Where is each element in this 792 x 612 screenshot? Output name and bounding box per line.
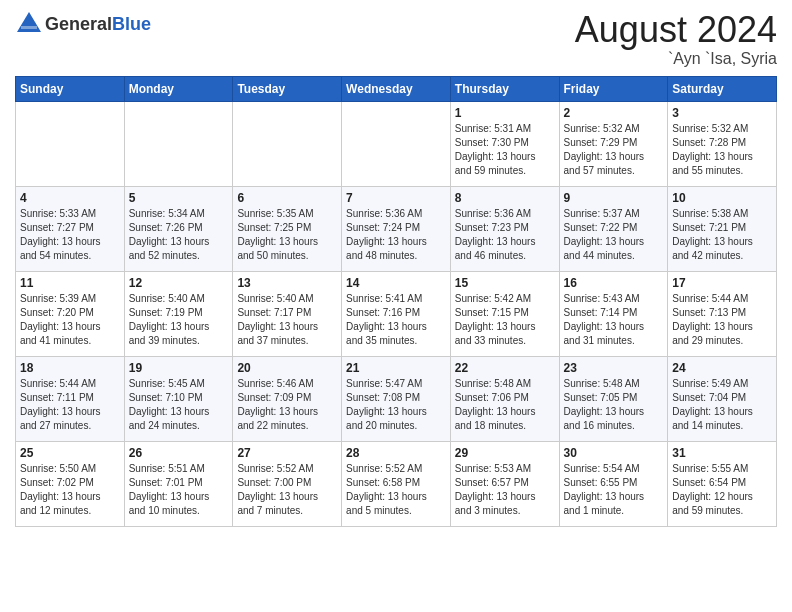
day-info: Sunrise: 5:40 AMSunset: 7:19 PMDaylight:… xyxy=(129,292,229,348)
week-row-5: 25Sunrise: 5:50 AMSunset: 7:02 PMDayligh… xyxy=(16,441,777,526)
day-info: Sunrise: 5:55 AMSunset: 6:54 PMDaylight:… xyxy=(672,462,772,518)
day-info: Sunrise: 5:35 AMSunset: 7:25 PMDaylight:… xyxy=(237,207,337,263)
day-number: 16 xyxy=(564,276,664,290)
day-info: Sunrise: 5:52 AMSunset: 6:58 PMDaylight:… xyxy=(346,462,446,518)
title-area: August 2024 `Ayn `Isa, Syria xyxy=(575,10,777,68)
table-row xyxy=(342,101,451,186)
day-info: Sunrise: 5:52 AMSunset: 7:00 PMDaylight:… xyxy=(237,462,337,518)
table-row: 26Sunrise: 5:51 AMSunset: 7:01 PMDayligh… xyxy=(124,441,233,526)
logo-icon xyxy=(15,10,43,38)
day-info: Sunrise: 5:44 AMSunset: 7:13 PMDaylight:… xyxy=(672,292,772,348)
table-row: 4Sunrise: 5:33 AMSunset: 7:27 PMDaylight… xyxy=(16,186,125,271)
day-number: 7 xyxy=(346,191,446,205)
week-row-3: 11Sunrise: 5:39 AMSunset: 7:20 PMDayligh… xyxy=(16,271,777,356)
day-number: 29 xyxy=(455,446,555,460)
table-row: 19Sunrise: 5:45 AMSunset: 7:10 PMDayligh… xyxy=(124,356,233,441)
table-row: 21Sunrise: 5:47 AMSunset: 7:08 PMDayligh… xyxy=(342,356,451,441)
day-info: Sunrise: 5:44 AMSunset: 7:11 PMDaylight:… xyxy=(20,377,120,433)
table-row: 5Sunrise: 5:34 AMSunset: 7:26 PMDaylight… xyxy=(124,186,233,271)
table-row: 9Sunrise: 5:37 AMSunset: 7:22 PMDaylight… xyxy=(559,186,668,271)
table-row: 8Sunrise: 5:36 AMSunset: 7:23 PMDaylight… xyxy=(450,186,559,271)
day-number: 25 xyxy=(20,446,120,460)
week-row-4: 18Sunrise: 5:44 AMSunset: 7:11 PMDayligh… xyxy=(16,356,777,441)
day-info: Sunrise: 5:32 AMSunset: 7:29 PMDaylight:… xyxy=(564,122,664,178)
day-info: Sunrise: 5:36 AMSunset: 7:24 PMDaylight:… xyxy=(346,207,446,263)
day-number: 26 xyxy=(129,446,229,460)
logo-general: General xyxy=(45,14,112,34)
table-row: 2Sunrise: 5:32 AMSunset: 7:29 PMDaylight… xyxy=(559,101,668,186)
day-number: 4 xyxy=(20,191,120,205)
table-row: 16Sunrise: 5:43 AMSunset: 7:14 PMDayligh… xyxy=(559,271,668,356)
day-info: Sunrise: 5:39 AMSunset: 7:20 PMDaylight:… xyxy=(20,292,120,348)
col-sunday: Sunday xyxy=(16,76,125,101)
table-row: 28Sunrise: 5:52 AMSunset: 6:58 PMDayligh… xyxy=(342,441,451,526)
logo-text: GeneralBlue xyxy=(45,14,151,35)
header: GeneralBlue August 2024 `Ayn `Isa, Syria xyxy=(15,10,777,68)
table-row: 27Sunrise: 5:52 AMSunset: 7:00 PMDayligh… xyxy=(233,441,342,526)
table-row: 17Sunrise: 5:44 AMSunset: 7:13 PMDayligh… xyxy=(668,271,777,356)
day-info: Sunrise: 5:34 AMSunset: 7:26 PMDaylight:… xyxy=(129,207,229,263)
table-row: 11Sunrise: 5:39 AMSunset: 7:20 PMDayligh… xyxy=(16,271,125,356)
day-number: 8 xyxy=(455,191,555,205)
col-wednesday: Wednesday xyxy=(342,76,451,101)
table-row: 30Sunrise: 5:54 AMSunset: 6:55 PMDayligh… xyxy=(559,441,668,526)
day-info: Sunrise: 5:42 AMSunset: 7:15 PMDaylight:… xyxy=(455,292,555,348)
day-info: Sunrise: 5:46 AMSunset: 7:09 PMDaylight:… xyxy=(237,377,337,433)
table-row: 23Sunrise: 5:48 AMSunset: 7:05 PMDayligh… xyxy=(559,356,668,441)
day-info: Sunrise: 5:38 AMSunset: 7:21 PMDaylight:… xyxy=(672,207,772,263)
month-year: August 2024 xyxy=(575,10,777,50)
calendar-header-row: Sunday Monday Tuesday Wednesday Thursday… xyxy=(16,76,777,101)
day-info: Sunrise: 5:41 AMSunset: 7:16 PMDaylight:… xyxy=(346,292,446,348)
table-row: 10Sunrise: 5:38 AMSunset: 7:21 PMDayligh… xyxy=(668,186,777,271)
day-number: 2 xyxy=(564,106,664,120)
day-info: Sunrise: 5:49 AMSunset: 7:04 PMDaylight:… xyxy=(672,377,772,433)
table-row: 13Sunrise: 5:40 AMSunset: 7:17 PMDayligh… xyxy=(233,271,342,356)
table-row: 24Sunrise: 5:49 AMSunset: 7:04 PMDayligh… xyxy=(668,356,777,441)
day-info: Sunrise: 5:43 AMSunset: 7:14 PMDaylight:… xyxy=(564,292,664,348)
day-number: 1 xyxy=(455,106,555,120)
page: GeneralBlue August 2024 `Ayn `Isa, Syria… xyxy=(0,0,792,612)
day-number: 12 xyxy=(129,276,229,290)
table-row: 1Sunrise: 5:31 AMSunset: 7:30 PMDaylight… xyxy=(450,101,559,186)
location: `Ayn `Isa, Syria xyxy=(575,50,777,68)
col-friday: Friday xyxy=(559,76,668,101)
table-row: 20Sunrise: 5:46 AMSunset: 7:09 PMDayligh… xyxy=(233,356,342,441)
day-number: 17 xyxy=(672,276,772,290)
table-row xyxy=(124,101,233,186)
day-info: Sunrise: 5:50 AMSunset: 7:02 PMDaylight:… xyxy=(20,462,120,518)
day-info: Sunrise: 5:51 AMSunset: 7:01 PMDaylight:… xyxy=(129,462,229,518)
day-info: Sunrise: 5:32 AMSunset: 7:28 PMDaylight:… xyxy=(672,122,772,178)
day-number: 10 xyxy=(672,191,772,205)
day-number: 23 xyxy=(564,361,664,375)
day-info: Sunrise: 5:45 AMSunset: 7:10 PMDaylight:… xyxy=(129,377,229,433)
table-row xyxy=(16,101,125,186)
table-row: 15Sunrise: 5:42 AMSunset: 7:15 PMDayligh… xyxy=(450,271,559,356)
table-row: 29Sunrise: 5:53 AMSunset: 6:57 PMDayligh… xyxy=(450,441,559,526)
day-number: 9 xyxy=(564,191,664,205)
day-info: Sunrise: 5:40 AMSunset: 7:17 PMDaylight:… xyxy=(237,292,337,348)
day-info: Sunrise: 5:31 AMSunset: 7:30 PMDaylight:… xyxy=(455,122,555,178)
day-info: Sunrise: 5:54 AMSunset: 6:55 PMDaylight:… xyxy=(564,462,664,518)
day-number: 21 xyxy=(346,361,446,375)
day-number: 22 xyxy=(455,361,555,375)
calendar: Sunday Monday Tuesday Wednesday Thursday… xyxy=(15,76,777,527)
logo-blue: Blue xyxy=(112,14,151,34)
table-row: 22Sunrise: 5:48 AMSunset: 7:06 PMDayligh… xyxy=(450,356,559,441)
day-info: Sunrise: 5:53 AMSunset: 6:57 PMDaylight:… xyxy=(455,462,555,518)
day-number: 11 xyxy=(20,276,120,290)
day-number: 30 xyxy=(564,446,664,460)
day-number: 19 xyxy=(129,361,229,375)
table-row xyxy=(233,101,342,186)
svg-rect-1 xyxy=(21,26,37,29)
week-row-1: 1Sunrise: 5:31 AMSunset: 7:30 PMDaylight… xyxy=(16,101,777,186)
day-info: Sunrise: 5:47 AMSunset: 7:08 PMDaylight:… xyxy=(346,377,446,433)
table-row: 18Sunrise: 5:44 AMSunset: 7:11 PMDayligh… xyxy=(16,356,125,441)
table-row: 3Sunrise: 5:32 AMSunset: 7:28 PMDaylight… xyxy=(668,101,777,186)
week-row-2: 4Sunrise: 5:33 AMSunset: 7:27 PMDaylight… xyxy=(16,186,777,271)
day-info: Sunrise: 5:33 AMSunset: 7:27 PMDaylight:… xyxy=(20,207,120,263)
day-number: 28 xyxy=(346,446,446,460)
col-tuesday: Tuesday xyxy=(233,76,342,101)
day-info: Sunrise: 5:36 AMSunset: 7:23 PMDaylight:… xyxy=(455,207,555,263)
table-row: 7Sunrise: 5:36 AMSunset: 7:24 PMDaylight… xyxy=(342,186,451,271)
table-row: 12Sunrise: 5:40 AMSunset: 7:19 PMDayligh… xyxy=(124,271,233,356)
